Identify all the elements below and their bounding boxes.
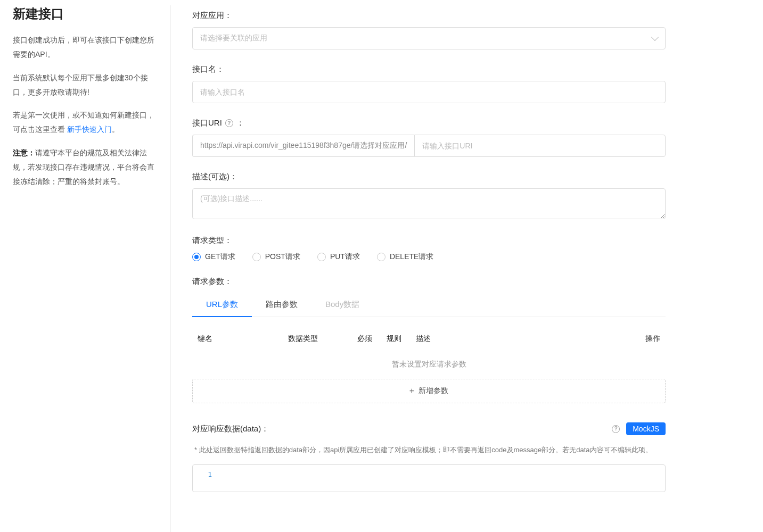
plus-icon: + (409, 386, 414, 396)
quickstart-link[interactable]: 新手快速入门 (67, 125, 112, 134)
desc-textarea[interactable] (192, 188, 666, 219)
response-help-icon[interactable]: ? (612, 425, 620, 433)
radio-label: GET请求 (205, 252, 235, 262)
notice-paragraph: 注意：请遵守本平台的规范及相关法律法规，若发现接口存在违规情况，平台将会直接冻结… (13, 146, 161, 189)
param-tab-路由参数[interactable]: 路由参数 (252, 293, 311, 317)
method-label: 请求类型 (192, 236, 666, 246)
param-col-操作: 操作 (618, 334, 660, 344)
mockjs-button[interactable]: MockJS (626, 422, 666, 435)
method-radio-DELETE请求[interactable]: DELETE请求 (377, 252, 433, 262)
radio-icon (192, 253, 201, 261)
param-col-描述: 描述 (416, 334, 618, 344)
radio-label: DELETE请求 (390, 252, 433, 262)
intro-3-suffix: 。 (112, 125, 119, 134)
notice-label: 注意： (13, 148, 35, 157)
uri-input[interactable] (414, 135, 666, 157)
method-radio-POST请求[interactable]: POST请求 (252, 252, 300, 262)
app-select[interactable]: 请选择要关联的应用 (192, 27, 666, 49)
param-col-数据类型: 数据类型 (288, 334, 357, 344)
uri-label: 接口URI ? ： (192, 118, 666, 128)
uri-prefix: https://api.virapi.com/vir_gitee115198f3… (192, 135, 414, 157)
method-radio-GET请求[interactable]: GET请求 (192, 252, 235, 262)
help-icon[interactable]: ? (225, 119, 233, 127)
param-col-必须: 必须 (357, 334, 387, 344)
app-label: 对应应用 (192, 11, 666, 21)
response-footnote: * 此处返回数据特指返回数据的data部分，因api所属应用已创建了对应响应模板… (194, 444, 666, 456)
app-select-placeholder: 请选择要关联的应用 (200, 34, 267, 43)
name-label: 接口名 (192, 64, 666, 74)
name-input[interactable] (192, 81, 666, 103)
radio-label: PUT请求 (330, 252, 360, 262)
params-empty-text: 暂未设置对应请求参数 (192, 352, 666, 379)
params-label: 请求参数 (192, 277, 666, 287)
intro-paragraph-1: 接口创建成功后，即可在该接口下创建您所需要的API。 (13, 33, 161, 62)
param-col-键名: 键名 (198, 334, 288, 344)
intro-paragraph-3: 若是第一次使用，或不知道如何新建接口，可点击这里查看 新手快速入门。 (13, 108, 161, 137)
param-tab-Body数据: Body数据 (311, 293, 373, 317)
add-param-button[interactable]: + 新增参数 (192, 379, 666, 403)
method-radio-PUT请求[interactable]: PUT请求 (317, 252, 360, 262)
response-code-editor[interactable]: 1 (192, 464, 666, 492)
desc-label: 描述(可选) (192, 172, 666, 182)
add-param-label: 新增参数 (419, 386, 448, 396)
radio-icon (252, 253, 261, 261)
page-title: 新建接口 (13, 5, 161, 22)
param-tab-URL参数[interactable]: URL参数 (192, 293, 252, 317)
radio-icon (377, 253, 385, 261)
chevron-down-icon (651, 34, 659, 41)
intro-paragraph-2: 当前系统默认每个应用下最多创建30个接口，更多开放敬请期待! (13, 71, 161, 100)
param-col-规则: 规则 (387, 334, 416, 344)
response-label: 对应响应数据(data) (192, 424, 269, 434)
radio-icon (317, 253, 326, 261)
code-line-number: 1 (193, 470, 216, 486)
radio-label: POST请求 (265, 252, 300, 262)
